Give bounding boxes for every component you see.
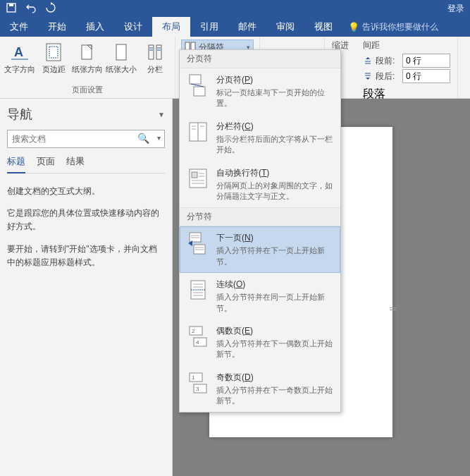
tab-home[interactable]: 开始 [38, 17, 76, 37]
item-desc: 指示分栏符后面的文字将从下一栏开始。 [216, 134, 333, 156]
sign-in-label[interactable]: 登录 [447, 3, 464, 15]
break-next-page[interactable]: 下一页(N) 插入分节符并在下一页上开始新节。 [180, 226, 340, 273]
tab-mailings[interactable]: 邮件 [228, 17, 266, 37]
svg-text:A: A [14, 45, 23, 59]
tab-design[interactable]: 设计 [114, 17, 152, 37]
break-page[interactable]: 分页符(P) 标记一页结束与下一页开始的位置。 [180, 68, 340, 115]
spacing-before-icon [363, 56, 373, 66]
item-desc: 插入分节符并在下一页上开始新节。 [216, 245, 333, 267]
nav-search: 🔍 ▾ [7, 130, 165, 148]
break-even-page[interactable]: 24 偶数页(E) 插入分节符并在下一偶数页上开始新节。 [180, 319, 340, 366]
item-title: 自动换行符(T) [216, 167, 333, 179]
item-title: 偶数页(E) [216, 325, 333, 337]
item-title: 分栏符(C) [216, 121, 333, 133]
svg-text:4: 4 [196, 339, 199, 346]
spacing-header: 间距 [363, 39, 450, 51]
page-setup-group-label: 页面设置 [4, 83, 171, 98]
nav-tab-pages[interactable]: 页面 [37, 155, 55, 173]
item-desc: 插入分节符并在下一奇数页上开始新节。 [216, 385, 333, 407]
spacing-after-row: 段后: [363, 68, 450, 84]
item-desc: 插入分节符并在下一偶数页上开始新节。 [216, 338, 333, 360]
break-continuous[interactable]: 连续(O) 插入分节符并在同一页上开始新节。 [180, 273, 340, 319]
chevron-down-icon[interactable]: ▼ [158, 111, 165, 118]
columns-icon [144, 41, 166, 63]
svg-rect-6 [116, 44, 126, 60]
item-desc: 标记一页结束与下一页开始的位置。 [216, 87, 333, 109]
margins-button[interactable]: 页边距 [38, 39, 69, 83]
break-odd-page[interactable]: 13 奇数页(D) 插入分节符并在下一奇数页上开始新节。 [180, 366, 340, 413]
dropdown-section-section-breaks: 分节符 [180, 207, 340, 226]
column-mark [390, 307, 397, 310]
margins-icon [42, 41, 65, 63]
after-label: 段后: [376, 71, 400, 83]
nav-description: 创建文档的交互式大纲。 它是跟踪您的具体位置或快速移动内容的好方式。 要开始，请… [7, 185, 165, 278]
before-label: 段前: [376, 55, 400, 67]
svg-rect-35 [194, 87, 205, 96]
spacing-after-input[interactable] [402, 69, 450, 83]
item-title: 分页符(P) [216, 74, 333, 86]
nav-tab-headings[interactable]: 标题 [7, 155, 25, 173]
tab-insert[interactable]: 插入 [76, 17, 114, 37]
text-direction-button[interactable]: A 文字方向 [4, 39, 35, 83]
item-title: 连续(O) [216, 279, 333, 291]
tell-me[interactable]: 💡 告诉我你想要做什么 [342, 17, 438, 37]
svg-text:3: 3 [196, 386, 199, 392]
undo-icon[interactable] [25, 2, 37, 16]
item-desc: 分隔网页上的对象周围的文字，如分隔题注文字与正文。 [216, 181, 333, 202]
tell-me-label: 告诉我你想要做什么 [362, 21, 438, 33]
nav-tab-results[interactable]: 结果 [66, 155, 85, 173]
svg-rect-34 [190, 75, 201, 84]
orientation-icon [76, 41, 99, 63]
search-icon[interactable]: 🔍 [137, 133, 149, 144]
navigation-pane: 导航 ▼ 🔍 ▾ 标题 页面 结果 创建文档的交互式大纲。 它是跟踪您的具体位置… [0, 99, 173, 476]
break-column[interactable]: 分栏符(C) 指示分栏符后面的文字将从下一栏开始。 [180, 115, 340, 161]
svg-rect-1 [9, 4, 13, 6]
title-bar: 登录 [0, 0, 470, 17]
svg-rect-8 [156, 45, 161, 59]
orientation-button[interactable]: 纸张方向 [72, 39, 103, 83]
redo-icon[interactable] [45, 2, 56, 16]
break-text-wrap[interactable]: 自动换行符(T) 分隔网页上的对象周围的文字，如分隔题注文字与正文。 [180, 161, 340, 208]
spacing-before-input[interactable] [402, 54, 450, 68]
breaks-dropdown: 分页符 分页符(P) 标记一页结束与下一页开始的位置。 分栏符(C) 指示分栏符… [179, 49, 341, 413]
tab-layout[interactable]: 布局 [152, 17, 190, 37]
text-direction-icon: A [8, 41, 31, 63]
svg-rect-7 [149, 45, 154, 59]
nav-title: 导航 [7, 106, 32, 123]
odd-page-icon: 13 [187, 372, 209, 394]
spacing-before-row: 段前: [363, 53, 450, 68]
svg-text:2: 2 [192, 328, 195, 334]
page-break-icon [187, 74, 209, 97]
dropdown-section-page-breaks: 分页符 [180, 50, 340, 68]
svg-rect-42 [192, 172, 197, 178]
svg-text:1: 1 [192, 374, 195, 381]
size-icon [110, 41, 132, 63]
nav-title-row: 导航 ▼ [7, 106, 165, 123]
even-page-icon: 24 [187, 325, 209, 348]
spacing-after-icon [363, 71, 373, 81]
next-page-icon [187, 232, 209, 255]
continuous-icon [187, 279, 209, 301]
nav-tabs: 标题 页面 结果 [7, 155, 165, 173]
group-page-setup: A 文字方向 页边距 纸张方向 纸张大小 [0, 37, 175, 98]
text-wrap-icon [187, 167, 209, 190]
item-title: 奇数页(D) [216, 372, 333, 384]
group-spacing: 间距 段前: 段后: 段落 [356, 37, 458, 98]
bulb-icon: 💡 [348, 22, 359, 32]
tab-review[interactable]: 审阅 [266, 17, 304, 37]
columns-button[interactable]: 分栏 [140, 39, 171, 83]
chevron-down-icon[interactable]: ▾ [157, 134, 161, 142]
tab-view[interactable]: 视图 [304, 17, 342, 37]
item-desc: 插入分节符并在同一页上开始新节。 [216, 292, 333, 314]
tab-references[interactable]: 引用 [190, 17, 228, 37]
column-break-icon [187, 121, 209, 143]
ribbon-tabs: 文件 开始 插入 设计 布局 引用 邮件 审阅 视图 💡 告诉我你想要做什么 [0, 17, 470, 37]
size-button[interactable]: 纸张大小 [106, 39, 137, 83]
item-title: 下一页(N) [216, 232, 333, 244]
save-icon[interactable] [6, 2, 17, 16]
tab-file[interactable]: 文件 [0, 17, 38, 37]
